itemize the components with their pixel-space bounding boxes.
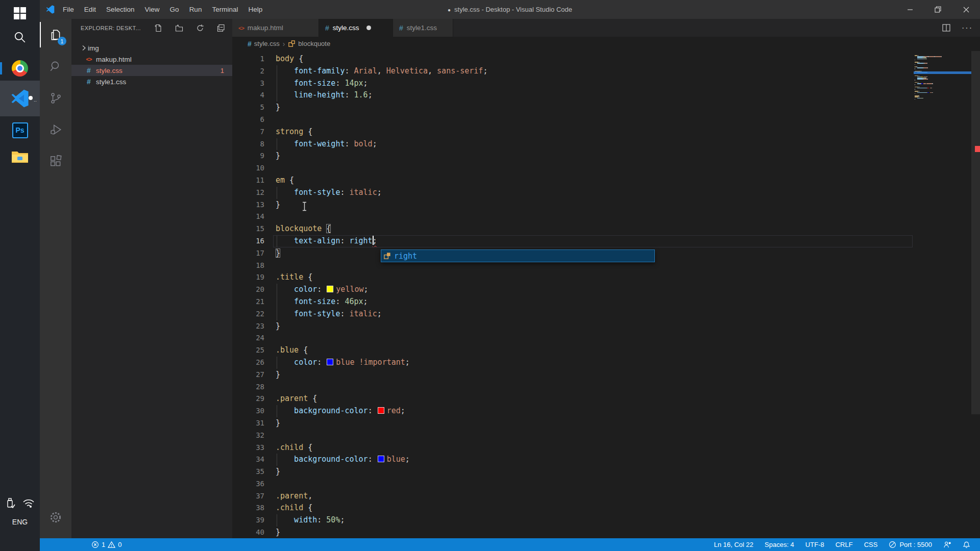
code-line[interactable]: 10 bbox=[232, 162, 980, 174]
code-line[interactable]: 37.parent, bbox=[232, 490, 980, 503]
menu-item-file[interactable]: File bbox=[58, 0, 79, 19]
code-line[interactable]: 3 font-size: 14px; bbox=[232, 78, 980, 90]
code-line[interactable]: 12 font-style: italic; bbox=[232, 187, 980, 199]
code-line[interactable]: 16 text-align: right; bbox=[232, 235, 980, 247]
menu-item-run[interactable]: Run bbox=[184, 0, 207, 19]
code-line[interactable]: 39 width: 50%; bbox=[232, 514, 980, 527]
close-button[interactable] bbox=[952, 0, 980, 19]
breadcrumb-symbol[interactable]: blockquote bbox=[288, 40, 330, 47]
code-line[interactable]: 19.title { bbox=[232, 271, 980, 284]
language-mode-indicator[interactable]: CSS bbox=[861, 541, 881, 548]
restore-button[interactable] bbox=[924, 0, 952, 19]
activity-run-debug-button[interactable] bbox=[40, 114, 71, 145]
code-line[interactable]: 2 font-family: Arial, Helvetica, sans-se… bbox=[232, 65, 980, 78]
indent-guide bbox=[277, 296, 277, 308]
code-line[interactable]: 34 background-color: blue; bbox=[232, 454, 980, 466]
minimize-button[interactable] bbox=[896, 0, 924, 19]
manage-settings-button[interactable] bbox=[40, 502, 71, 533]
code-line[interactable]: 5} bbox=[232, 102, 980, 114]
code-line[interactable]: 22 font-style: italic; bbox=[232, 308, 980, 320]
activity-extensions-button[interactable] bbox=[40, 145, 71, 177]
tree-item-style1-css[interactable]: # style1.css bbox=[71, 76, 232, 87]
tab-style-css[interactable]: # style.css bbox=[319, 19, 393, 37]
code-line[interactable]: 15blockquote { bbox=[232, 223, 980, 235]
split-editor-button[interactable] bbox=[942, 24, 950, 32]
tab-style1-css[interactable]: # style1.css bbox=[393, 19, 453, 37]
code-line[interactable]: 30 background-color: red; bbox=[232, 405, 980, 417]
cursor-position-indicator[interactable]: Ln 16, Col 22 bbox=[710, 541, 757, 548]
code-line[interactable]: 6 bbox=[232, 114, 980, 126]
code-token: ; bbox=[483, 66, 487, 76]
color-swatch[interactable] bbox=[378, 407, 384, 414]
notifications-button[interactable] bbox=[959, 541, 974, 549]
code-line[interactable]: 24 bbox=[232, 332, 980, 344]
activity-explorer-button[interactable]: 1 bbox=[40, 19, 71, 51]
code-line[interactable]: 13} bbox=[232, 199, 980, 211]
chrome-taskbar-button[interactable] bbox=[0, 56, 40, 81]
eol-indicator[interactable]: CRLF bbox=[832, 541, 856, 548]
code-line[interactable]: 14 bbox=[232, 211, 980, 223]
menu-item-help[interactable]: Help bbox=[243, 0, 267, 19]
code-line[interactable]: 35} bbox=[232, 466, 980, 478]
code-line[interactable]: 20 color: yellow; bbox=[232, 284, 980, 296]
code-line[interactable]: 7strong { bbox=[232, 126, 980, 138]
encoding-indicator[interactable]: UTF-8 bbox=[802, 541, 828, 548]
language-indicator[interactable]: ENG bbox=[0, 514, 40, 530]
refresh-button[interactable] bbox=[196, 24, 204, 32]
more-actions-button[interactable]: ··· bbox=[962, 23, 973, 33]
new-file-button[interactable] bbox=[154, 24, 162, 32]
code-line[interactable]: 38.child { bbox=[232, 502, 980, 514]
feedback-button[interactable] bbox=[940, 541, 955, 548]
start-button[interactable] bbox=[0, 3, 40, 23]
code-text: strong { bbox=[264, 126, 312, 138]
code-line[interactable]: 33.child { bbox=[232, 442, 980, 454]
menu-item-selection[interactable]: Selection bbox=[101, 0, 140, 19]
color-swatch[interactable] bbox=[327, 359, 333, 365]
code-line[interactable]: 40} bbox=[232, 527, 980, 538]
code-line[interactable]: 23} bbox=[232, 320, 980, 333]
code-line[interactable]: 9} bbox=[232, 150, 980, 162]
minimap[interactable] bbox=[914, 55, 971, 111]
code-line[interactable]: 4 line-height: 1.6; bbox=[232, 89, 980, 102]
tree-item-makup-html[interactable]: <> makup.html bbox=[71, 54, 232, 65]
code-line[interactable]: 32 bbox=[232, 430, 980, 442]
color-swatch[interactable] bbox=[327, 286, 333, 292]
color-swatch[interactable] bbox=[378, 456, 384, 462]
code-line[interactable]: 11em { bbox=[232, 174, 980, 187]
dirty-dot-close-button[interactable] bbox=[366, 26, 371, 30]
code-line[interactable]: 28 bbox=[232, 381, 980, 393]
live-server-port[interactable]: Port : 5500 bbox=[885, 541, 936, 548]
code-line[interactable]: 26 color: blue !important; bbox=[232, 357, 980, 369]
tree-item-img[interactable]: img bbox=[71, 42, 232, 54]
code-line[interactable]: 29.parent { bbox=[232, 393, 980, 405]
breadcrumb-file[interactable]: # style.css bbox=[248, 40, 280, 48]
code-line[interactable]: 21 font-size: 46px; bbox=[232, 296, 980, 308]
code-line[interactable]: 8 font-weight: bold; bbox=[232, 138, 980, 151]
problems-indicator[interactable]: 1 0 bbox=[89, 538, 124, 551]
wifi-tray-button[interactable] bbox=[18, 495, 39, 512]
collapse-all-button[interactable] bbox=[217, 24, 225, 32]
code-line[interactable]: 25.blue { bbox=[232, 344, 980, 357]
indentation-indicator[interactable]: Spaces: 4 bbox=[761, 541, 798, 548]
code-area[interactable]: 1body {2 font-family: Arial, Helvetica, … bbox=[232, 51, 980, 538]
code-line[interactable]: 31} bbox=[232, 417, 980, 430]
tab-makup-html[interactable]: <> makup.html bbox=[232, 19, 319, 37]
code-token: { bbox=[303, 503, 312, 512]
menu-item-view[interactable]: View bbox=[140, 0, 165, 19]
menu-item-edit[interactable]: Edit bbox=[79, 0, 101, 19]
code-line[interactable]: 36 bbox=[232, 478, 980, 490]
editor-scrollbar[interactable] bbox=[971, 51, 980, 414]
suggest-widget[interactable]: right bbox=[381, 249, 655, 262]
new-folder-button[interactable] bbox=[175, 24, 183, 32]
code-line[interactable]: 27} bbox=[232, 369, 980, 381]
tree-item-style-css[interactable]: # style.css 1 bbox=[71, 65, 232, 76]
code-line[interactable]: 1body { bbox=[232, 53, 980, 65]
menu-item-go[interactable]: Go bbox=[165, 0, 184, 19]
photoshop-taskbar-button[interactable]: Ps bbox=[0, 118, 40, 142]
activity-search-button[interactable] bbox=[40, 51, 71, 82]
file-explorer-taskbar-button[interactable] bbox=[0, 145, 40, 168]
windows-search-button[interactable] bbox=[0, 27, 40, 48]
usb-tray-button[interactable] bbox=[0, 495, 20, 512]
activity-source-control-button[interactable] bbox=[40, 82, 71, 114]
menu-item-terminal[interactable]: Terminal bbox=[207, 0, 243, 19]
